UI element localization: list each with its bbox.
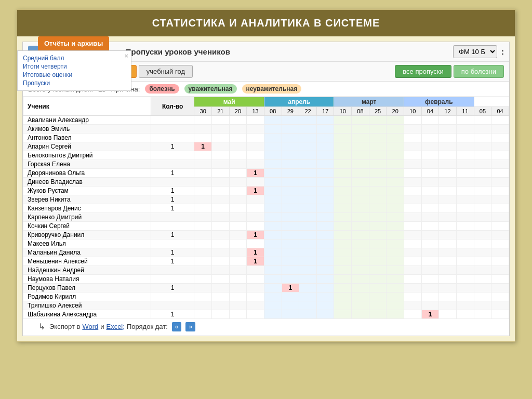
date-cell <box>474 301 491 310</box>
date-cell <box>369 231 387 240</box>
date-cell <box>421 160 439 169</box>
date-cell <box>299 222 317 231</box>
date-cell <box>264 248 282 257</box>
tab-all-absences[interactable]: все пропуски <box>395 65 451 78</box>
class-select[interactable]: ФМ 10 Б <box>453 45 497 58</box>
menu-item-absences[interactable]: Пропуски <box>23 79 126 87</box>
panel-title: Статистика. Пропуски уроков учеников <box>78 47 449 56</box>
table-row: Перцухов Павел11 <box>23 284 509 292</box>
date-cell <box>194 116 212 125</box>
export-word-link[interactable]: Word <box>82 323 98 330</box>
date-cell <box>456 204 474 213</box>
date-cell <box>456 187 474 195</box>
date-cell <box>369 116 387 125</box>
date-cell <box>456 160 474 169</box>
date-cell <box>474 257 491 266</box>
date-cell <box>404 213 422 222</box>
date-cell <box>211 204 229 213</box>
date-cell <box>439 240 457 248</box>
date-cell <box>491 292 509 301</box>
date-cell <box>316 310 334 319</box>
date-cell <box>387 240 404 248</box>
student-name: Кочкин Сергей <box>23 222 151 231</box>
date-cell <box>247 204 264 213</box>
date-cell <box>421 142 439 151</box>
date-cell <box>229 134 247 142</box>
date-col-header-1: 21 <box>211 107 229 116</box>
student-name: Меньшенин Алексей <box>23 257 151 266</box>
date-cell <box>491 195 509 204</box>
date-cell <box>491 134 509 142</box>
date-cell <box>404 292 422 301</box>
menu-item-quarter[interactable]: Итоги четверти <box>23 62 126 71</box>
date-cell <box>439 187 457 195</box>
tab-year[interactable]: учебный год <box>139 65 193 78</box>
table-row: Канзепаров Денис1 <box>23 204 509 213</box>
student-qty: 1 <box>151 169 194 178</box>
export-excel-link[interactable]: Excel; <box>106 323 124 330</box>
date-cell <box>194 222 212 231</box>
date-cell <box>404 169 422 178</box>
date-cell <box>194 195 212 204</box>
date-cell <box>282 195 299 204</box>
date-cell <box>387 195 404 204</box>
date-cell <box>474 222 491 231</box>
date-cell <box>334 248 352 257</box>
date-cell <box>474 116 491 125</box>
date-cell <box>387 178 404 187</box>
table-row: Макеев Илья <box>23 240 509 248</box>
tab-illness[interactable]: по болезни <box>454 65 504 78</box>
student-name: Найдешкин Андрей <box>23 266 151 275</box>
student-name: Перцухов Павел <box>23 284 151 292</box>
student-name: Горская Елена <box>23 160 151 169</box>
student-qty: 1 <box>151 187 194 195</box>
date-col-header-10: 25 <box>369 107 387 116</box>
date-cell <box>474 187 491 195</box>
date-cell <box>282 222 299 231</box>
date-cell <box>456 257 474 266</box>
date-cell <box>247 284 264 292</box>
table-row: Криворучко Даниил11 <box>23 231 509 240</box>
date-cell <box>439 213 457 222</box>
date-cell <box>421 195 439 204</box>
date-cell <box>404 134 422 142</box>
date-cell <box>334 187 352 195</box>
date-cell <box>316 169 334 178</box>
date-cell <box>491 231 509 240</box>
order-prev-button[interactable]: « <box>172 322 182 331</box>
date-cell <box>491 116 509 125</box>
date-cell <box>387 310 404 319</box>
date-cell <box>387 275 404 284</box>
date-cell <box>316 213 334 222</box>
reports-tab[interactable]: Отчёты и архивы <box>38 36 109 50</box>
menu-item-avg[interactable]: Средний балл <box>23 54 126 62</box>
student-name: Дворянинова Ольга <box>23 169 151 178</box>
date-cell <box>404 178 422 187</box>
student-qty <box>151 160 194 169</box>
date-cell <box>491 213 509 222</box>
date-cell <box>352 310 369 319</box>
date-cell <box>491 266 509 275</box>
date-cell <box>194 284 212 292</box>
date-cell <box>352 292 369 301</box>
order-next-button[interactable]: » <box>185 322 195 331</box>
date-cell <box>456 125 474 134</box>
date-cell <box>194 266 212 275</box>
date-cell <box>387 301 404 310</box>
date-cell <box>194 213 212 222</box>
date-cell <box>316 160 334 169</box>
date-cell <box>299 160 317 169</box>
date-cell <box>474 292 491 301</box>
date-cell <box>299 240 317 248</box>
date-cell <box>211 116 229 125</box>
date-cell <box>334 151 352 160</box>
menu-item-final[interactable]: Итоговые оценки <box>23 71 126 79</box>
date-cell <box>316 116 334 125</box>
date-cell <box>456 240 474 248</box>
date-cell <box>229 231 247 240</box>
close-icon[interactable]: × <box>124 52 128 60</box>
date-cell <box>282 204 299 213</box>
date-cell <box>299 248 317 257</box>
date-cell <box>421 213 439 222</box>
date-cell <box>421 204 439 213</box>
